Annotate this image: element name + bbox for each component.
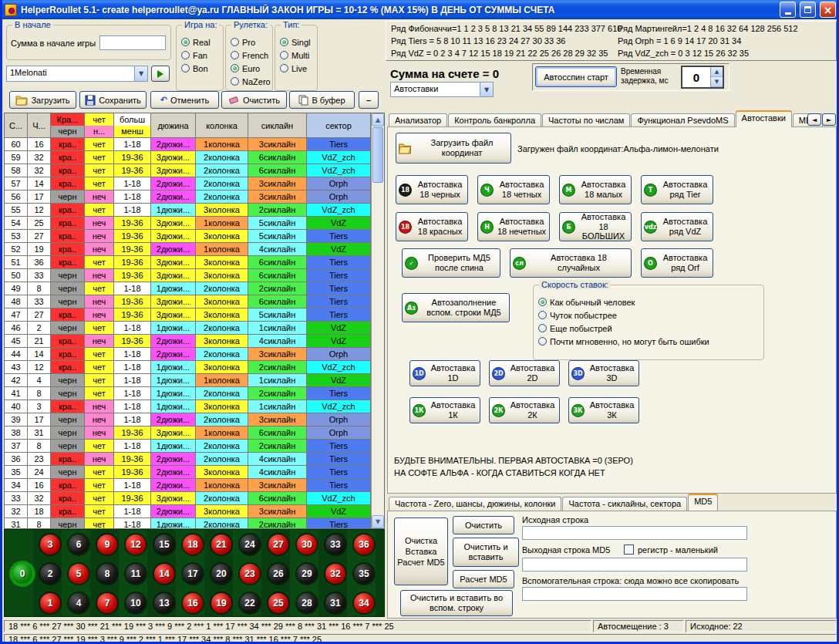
table-row[interactable]: 4833черннеч19-363дюжи...3колонка6сиклайн…	[5, 295, 371, 309]
maximize-button[interactable]	[800, 2, 816, 18]
radio-fan[interactable]: Fan	[181, 49, 221, 62]
bet-button-автоставка-18-больших[interactable]: БАвтоставка 18 БОЛЬШИХ	[559, 212, 632, 241]
tab-частота-сиклайны-сектора[interactable]: Частота - сиклайны, сектора	[562, 497, 687, 511]
md5-all-in-one-button[interactable]: Очистка Вставка Расчет MD5	[394, 518, 448, 585]
board-number-14[interactable]: 14	[154, 564, 174, 584]
undo-button[interactable]: ↶ Отменить	[150, 91, 219, 109]
board-number-23[interactable]: 23	[240, 564, 260, 584]
board-number-1[interactable]: 1	[40, 593, 60, 613]
tab-scroll-right-icon[interactable]: ►	[822, 113, 836, 126]
radio-еще-побыстрей[interactable]: Еще побыстрей	[538, 322, 762, 335]
board-number-34[interactable]: 34	[354, 593, 374, 613]
radio-multi[interactable]: Multi	[280, 49, 315, 62]
board-number-36[interactable]: 36	[354, 534, 374, 555]
scroll-up-icon[interactable]: ▲	[372, 113, 384, 126]
md5-clear-paste-button[interactable]: Очистить и вставить	[453, 538, 519, 567]
table-row[interactable]: 5512кра..чет1-181дюжи...3колонка2сиклайн…	[5, 204, 371, 217]
table-row[interactable]: 4312кра..чет1-181дюжи...3колонка2сиклайн…	[5, 361, 371, 374]
bet-button-автоставка-2к[interactable]: 2КАвтоставка 2К	[489, 397, 560, 423]
board-number-9[interactable]: 9	[97, 534, 117, 555]
board-number-28[interactable]: 28	[297, 593, 317, 613]
load-button[interactable]: Загрузить	[9, 91, 76, 109]
radio-почти-мгновенно-но-могут-быть-ошибки[interactable]: Почти мгновенно, но могут быть ошибки	[538, 335, 762, 348]
board-number-11[interactable]: 11	[126, 564, 146, 584]
board-number-33[interactable]: 33	[325, 534, 345, 555]
radio-real[interactable]: Real	[181, 35, 221, 49]
board-number-2[interactable]: 2	[40, 564, 60, 584]
table-row[interactable]: 5832кра..чет19-363дюжи...2колонка6сиклай…	[5, 164, 371, 177]
radio-nazero[interactable]: NaZero	[231, 75, 271, 88]
radio-pro[interactable]: Pro	[231, 35, 271, 49]
bet-button-автоставка-18-красных[interactable]: 18Автоставка 18 красных	[396, 212, 468, 241]
bet-button-проверить-мд5-после-спина[interactable]: ✓Проверить МД5 после спина	[402, 248, 500, 278]
bet-button-автоставка-18-случайных[interactable]: слАвтоставка 18 случайных	[510, 248, 632, 278]
tab-scroll-left-icon[interactable]: ◄	[807, 113, 821, 126]
close-button[interactable]: ×	[820, 2, 836, 18]
bet-button-автоставка-3к[interactable]: 3КАвтоставка 3К	[568, 397, 639, 423]
table-row[interactable]: 3831черннеч19-363дюжи...1колонка6сиклайн…	[5, 427, 371, 440]
board-number-3[interactable]: 3	[40, 534, 60, 555]
table-row[interactable]: 3917черннеч1-182дюжи...2колонка3сиклайнO…	[5, 413, 371, 427]
board-number-7[interactable]: 7	[97, 593, 117, 613]
spinner-up-icon[interactable]: ▲	[711, 67, 723, 77]
board-number-16[interactable]: 16	[183, 593, 203, 613]
radio-french[interactable]: French	[231, 49, 271, 62]
scrollbar-track[interactable]	[372, 184, 384, 515]
autobets-combobox[interactable]: Автоставки ▼	[390, 82, 494, 97]
board-number-29[interactable]: 29	[297, 564, 317, 584]
table-row[interactable]: 6016кра..чет1-182дюжи...1колонка3сиклайн…	[5, 138, 371, 151]
tab-анализатор[interactable]: Анализатор	[389, 113, 447, 127]
chevron-down-icon[interactable]: ▼	[480, 83, 493, 96]
table-row[interactable]: 3524чернчет19-362дюжи...3колонка4сиклайн…	[5, 466, 371, 479]
table-row[interactable]: 4727кра..неч19-363дюжи...3колонка5сиклай…	[5, 309, 371, 322]
tab-автоставки[interactable]: Автоставки	[736, 110, 792, 127]
bet-button-автоставка-18-четных[interactable]: ЧАвтоставка 18 четных	[477, 175, 550, 204]
md5-clear-button[interactable]: Очистить	[453, 516, 514, 534]
board-number-26[interactable]: 26	[268, 564, 288, 584]
board-number-27[interactable]: 27	[268, 534, 288, 555]
board-number-32[interactable]: 32	[325, 564, 345, 584]
board-number-12[interactable]: 12	[126, 534, 146, 555]
bet-button-автоставка-3d[interactable]: 3DАвтоставка 3D	[568, 360, 639, 386]
load-coords-button[interactable]: Загрузить файл координат	[396, 133, 511, 164]
table-row[interactable]: 418чернчет1-181дюжи...2колонка2сиклайнTi…	[5, 387, 371, 400]
table-row[interactable]: 424чернчет1-181дюжи...1колонка1сиклайнVd…	[5, 374, 371, 387]
save-button[interactable]: Сохранить	[79, 91, 147, 109]
table-row[interactable]: 318чернчет1-181дюжи...2колонка2сиклайнTi…	[5, 518, 371, 528]
bet-button-автоставка-1d[interactable]: 1DАвтоставка 1D	[409, 360, 480, 386]
board-number-30[interactable]: 30	[297, 534, 317, 555]
board-number-18[interactable]: 18	[183, 534, 203, 555]
bet-button-автоставка-ряд-vdz[interactable]: vdzАвтоставка ряд VdZ	[641, 212, 713, 241]
board-number-13[interactable]: 13	[154, 593, 174, 613]
table-row[interactable]: 5033черннеч19-363дюжи...3колонка6сиклайн…	[5, 269, 371, 282]
board-number-17[interactable]: 17	[183, 564, 203, 584]
bet-button-автоставка-2d[interactable]: 2DАвтоставка 2D	[489, 360, 560, 386]
minimize-button[interactable]	[780, 2, 796, 18]
md5-helper-input[interactable]	[522, 587, 747, 601]
bet-button-автоставка-18-нечетных[interactable]: НАвтоставка 18 нечетных	[477, 212, 550, 241]
delay-value[interactable]: 0	[682, 67, 710, 87]
board-number-0[interactable]: 0	[12, 564, 32, 584]
board-number-5[interactable]: 5	[69, 564, 89, 584]
scrollbar-thumb[interactable]	[372, 127, 383, 183]
board-number-22[interactable]: 22	[240, 593, 260, 613]
run-profile-button[interactable]	[151, 66, 170, 82]
table-row[interactable]: 462чернчет1-181дюжи...2колонка1сиклайнVd…	[5, 322, 371, 335]
table-row[interactable]: 4414кра..чет1-182дюжи...2колонка3сиклайн…	[5, 348, 371, 361]
tab-частота-zero-шансы-дюжины-колонки[interactable]: Частота - Zero, шансы, дюжины, колонки	[389, 497, 561, 511]
bet-button-автоставка-18-черных[interactable]: 18Автоставка 18 черных	[396, 175, 468, 204]
board-number-10[interactable]: 10	[126, 593, 146, 613]
table-row[interactable]: 3332кра..чет19-363дюжи...2колонка6сиклай…	[5, 492, 371, 505]
radio-bon[interactable]: Bon	[181, 62, 221, 75]
board-number-35[interactable]: 35	[354, 564, 374, 584]
table-row[interactable]: 3623кра..неч19-362дюжи...2колонка4сиклай…	[5, 453, 371, 466]
board-number-31[interactable]: 31	[325, 593, 345, 613]
table-row[interactable]: 5327кра..неч19-363дюжи...3колонка5сиклай…	[5, 230, 371, 243]
bet-button-автоставка-ряд-orf[interactable]: ОАвтоставка ряд Orf	[641, 248, 713, 278]
board-number-6[interactable]: 6	[69, 534, 89, 555]
table-row[interactable]: 5714кра..чет1-182дюжи...2колонка3сиклайн…	[5, 177, 371, 191]
table-row[interactable]: 498чернчет1-181дюжи...2колонка2сиклайнTi…	[5, 282, 371, 295]
profile-combobox[interactable]: 1Melonati ▼	[6, 66, 148, 82]
clear-button[interactable]: Очистить	[221, 91, 287, 109]
table-row[interactable]: 3218кра..чет1-182дюжи...3колонка3сиклайн…	[5, 505, 371, 518]
